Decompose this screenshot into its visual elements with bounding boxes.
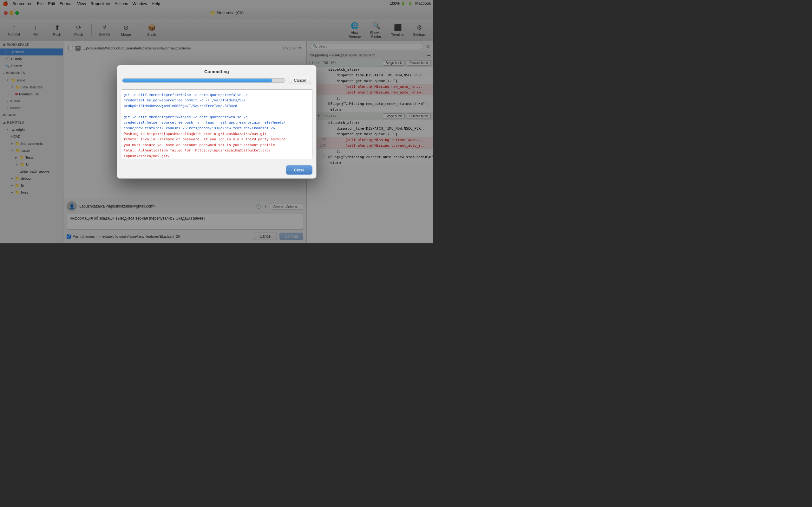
log-line: Pushing to https://lapushkazaika@bitbuck… [124, 131, 310, 137]
log-line: you must ensure you have an account pass… [124, 142, 310, 148]
log-line: lapushkazaika/nav.git/' [124, 153, 310, 159]
log-line: credential.helper=sourcetree commit -q -… [124, 98, 310, 103]
dialog-title: Committing [122, 69, 311, 74]
dialog-close-button[interactable]: Close [286, 165, 312, 175]
dialog-progress-row: Cancel [122, 77, 311, 84]
log-line [124, 109, 310, 114]
log-line: remote: Invalid username or password. If… [124, 136, 310, 142]
dialog-cancel-button[interactable]: Cancel [289, 77, 311, 84]
modal-overlay: Committing Cancel git -c diff.mnemonicpr… [0, 0, 433, 243]
dialog-title-bar: Committing Cancel [117, 65, 316, 87]
committing-dialog: Committing Cancel git -c diff.mnemonicpr… [117, 65, 316, 179]
dialog-log-area: git -c diff.mnemonicprefix=false -c core… [121, 89, 312, 159]
log-line: git -c diff.mnemonicprefix=false -c core… [124, 92, 310, 98]
log-line: git -c diff.mnemonicprefix=false -c core… [124, 114, 310, 120]
log-line: credential.helper=sourcetree push -v --t… [124, 120, 310, 125]
log-line: issue/new_features/Ekadashi_26:refs/head… [124, 125, 310, 131]
log-line: fatal: Authentication failed for 'https:… [124, 148, 310, 153]
progress-bar-container [122, 78, 286, 83]
progress-bar-fill [122, 78, 272, 82]
log-line: prdkp0t15ldd4kmvwwjmdd1m0000gp/T/SourceT… [124, 103, 310, 109]
dialog-close-row: Close [117, 163, 316, 178]
